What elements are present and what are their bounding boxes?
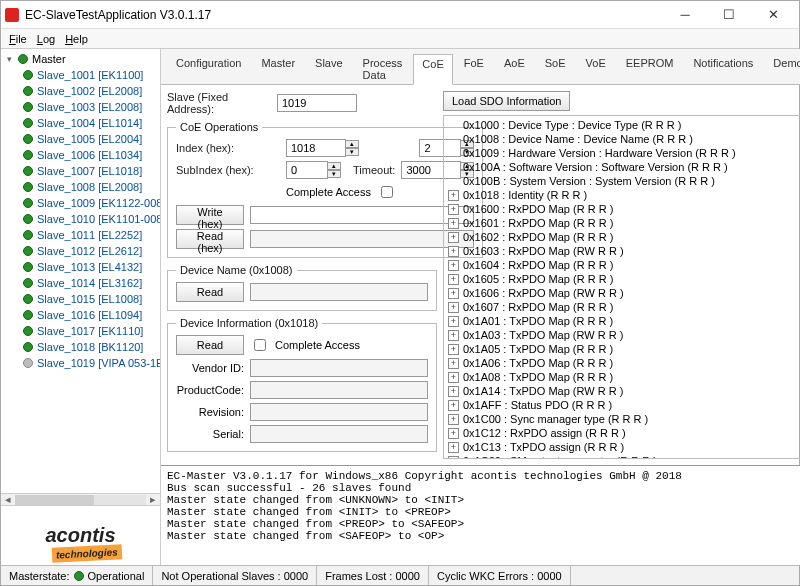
tree-root[interactable]: ▾Master [5,51,158,67]
sdo-item[interactable]: +0x1A08 : TxPDO Map (R R R ) [448,370,800,384]
sdo-item[interactable]: 0x1009 : Hardware Version : Hardware Ver… [448,146,800,160]
sdo-item[interactable]: +0x1A01 : TxPDO Map (R R R ) [448,314,800,328]
tab-soe[interactable]: SoE [536,53,575,84]
write-hex-button[interactable]: Write (hex) [176,205,244,225]
sdo-item[interactable]: +0x1018 : Identity (R R R ) [448,188,800,202]
fixed-address-input[interactable] [277,94,357,112]
sdo-item[interactable]: +0x1606 : RxPDO Map (RW R R ) [448,286,800,300]
menu-file[interactable]: File [9,33,27,45]
expand-icon[interactable]: + [448,274,459,285]
expand-icon[interactable]: + [448,386,459,397]
tab-eeprom[interactable]: EEPROM [617,53,683,84]
tab-foe[interactable]: FoE [455,53,493,84]
tree-item[interactable]: Slave_1012 [EL2612] [5,243,158,259]
sdo-item[interactable]: +0x1C13 : TxPDO assign (R R R ) [448,440,800,454]
expand-icon[interactable]: + [448,456,459,459]
sdo-item[interactable]: 0x100A : Software Version : Software Ver… [448,160,800,174]
tab-process-data[interactable]: Process Data [354,53,412,84]
tree-item[interactable]: Slave_1010 [EK1101-0080] [5,211,158,227]
device-info-complete-access-checkbox[interactable] [254,339,266,351]
write-hex-input[interactable] [250,206,474,224]
slave-tree[interactable]: ▾MasterSlave_1001 [EK1100]Slave_1002 [EL… [1,49,160,493]
tree-item[interactable]: Slave_1006 [EL1034] [5,147,158,163]
sdo-item[interactable]: +0x1A05 : TxPDO Map (R R R ) [448,342,800,356]
sdo-item[interactable]: +0x1604 : RxPDO Map (R R R ) [448,258,800,272]
expand-icon[interactable]: + [448,414,459,425]
tree-item[interactable]: Slave_1008 [EL2008] [5,179,158,195]
device-name-read-button[interactable]: Read [176,282,244,302]
expand-icon[interactable]: + [448,372,459,383]
expand-icon[interactable]: + [448,204,459,215]
tree-item[interactable]: Slave_1007 [EL1018] [5,163,158,179]
expand-icon[interactable]: + [448,288,459,299]
sdo-tree[interactable]: 0x1000 : Device Type : Device Type (R R … [444,116,800,458]
sdo-item[interactable]: +0x1A06 : TxPDO Map (R R R ) [448,356,800,370]
log-console[interactable]: EC-Master V3.0.1.17 for Windows_x86 Copy… [161,465,800,565]
sdo-item[interactable]: 0x1008 : Device Name : Device Name (R R … [448,132,800,146]
tree-item[interactable]: Slave_1011 [EL2252] [5,227,158,243]
sdo-item[interactable]: 0x1000 : Device Type : Device Type (R R … [448,118,800,132]
tab-demomotion[interactable]: DemoMotion [764,53,800,84]
tree-item[interactable]: Slave_1013 [EL4132] [5,259,158,275]
sdo-item[interactable]: +0x1C00 : Sync manager type (R R R ) [448,412,800,426]
sdo-item[interactable]: +0x1AFF : Status PDO (R R R ) [448,398,800,412]
sdo-item[interactable]: +0x1600 : RxPDO Map (R R R ) [448,202,800,216]
tree-item[interactable]: Slave_1018 [BK1120] [5,339,158,355]
expand-icon[interactable]: + [448,344,459,355]
close-button[interactable]: ✕ [751,3,795,27]
minimize-button[interactable]: ─ [663,3,707,27]
device-info-read-button[interactable]: Read [176,335,244,355]
spin-up-icon[interactable]: ▴ [345,140,359,148]
sdo-item[interactable]: +0x1A14 : TxPDO Map (RW R R ) [448,384,800,398]
tree-h-scrollbar[interactable]: ◂ ▸ [1,493,160,505]
read-hex-button[interactable]: Read (hex) [176,229,244,249]
expand-icon[interactable]: + [448,218,459,229]
menu-log[interactable]: Log [37,33,55,45]
menu-help[interactable]: Help [65,33,88,45]
tree-item[interactable]: Slave_1015 [EL1008] [5,291,158,307]
subindex-input[interactable] [286,161,328,179]
expand-icon[interactable]: + [448,302,459,313]
tree-item[interactable]: Slave_1003 [EL2008] [5,99,158,115]
tree-item[interactable]: Slave_1001 [EK1100] [5,67,158,83]
expand-icon[interactable]: + [448,400,459,411]
tab-configuration[interactable]: Configuration [167,53,250,84]
spin-down-icon[interactable]: ▾ [345,148,359,156]
expand-icon[interactable]: + [448,190,459,201]
sdo-item[interactable]: +0x1602 : RxPDO Map (R R R ) [448,230,800,244]
sdo-item[interactable]: +0x1603 : RxPDO Map (RW R R ) [448,244,800,258]
tab-notifications[interactable]: Notifications [684,53,762,84]
tree-item[interactable]: Slave_1005 [EL2004] [5,131,158,147]
sdo-item[interactable]: +0x1C32 : SM output parameter (R R R ) [448,454,800,458]
tree-item[interactable]: Slave_1016 [EL1094] [5,307,158,323]
tab-slave[interactable]: Slave [306,53,352,84]
tab-voe[interactable]: VoE [577,53,615,84]
tree-item[interactable]: Slave_1014 [EL3162] [5,275,158,291]
maximize-button[interactable]: ☐ [707,3,751,27]
tree-item[interactable]: Slave_1009 [EK1122-0080] [5,195,158,211]
expand-icon[interactable]: + [448,316,459,327]
sdo-item[interactable]: +0x1A03 : TxPDO Map (RW R R ) [448,328,800,342]
expand-icon[interactable]: + [448,330,459,341]
sdo-item[interactable]: +0x1607 : RxPDO Map (R R R ) [448,300,800,314]
tree-item[interactable]: Slave_1019 [VIPA 053-1EC [5,355,158,371]
tab-master[interactable]: Master [252,53,304,84]
sdo-item[interactable]: +0x1601 : RxPDO Map (R R R ) [448,216,800,230]
complete-access-checkbox[interactable] [381,186,393,198]
tree-item[interactable]: Slave_1004 [EL1014] [5,115,158,131]
expand-icon[interactable]: + [448,232,459,243]
load-sdo-button[interactable]: Load SDO Information [443,91,570,111]
tab-coe[interactable]: CoE [413,54,452,85]
sdo-item[interactable]: +0x1C12 : RxPDO assign (R R R ) [448,426,800,440]
tree-item[interactable]: Slave_1017 [EK1110] [5,323,158,339]
expand-icon[interactable]: + [448,442,459,453]
sdo-item[interactable]: +0x1605 : RxPDO Map (R R R ) [448,272,800,286]
expand-icon[interactable]: + [448,260,459,271]
sdo-item[interactable]: 0x100B : System Version : System Version… [448,174,800,188]
expand-icon[interactable]: + [448,358,459,369]
tab-aoe[interactable]: AoE [495,53,534,84]
expand-icon[interactable]: + [448,246,459,257]
tree-item[interactable]: Slave_1002 [EL2008] [5,83,158,99]
expand-icon[interactable]: + [448,428,459,439]
index-input[interactable] [286,139,346,157]
